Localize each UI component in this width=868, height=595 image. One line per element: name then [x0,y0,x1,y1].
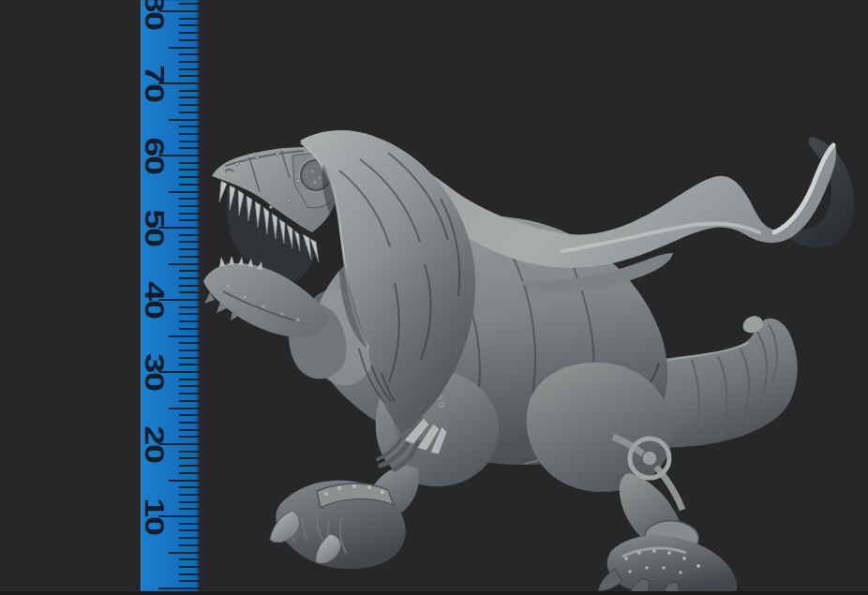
ruler-tick [179,429,199,431]
ruler-label: 40 [135,283,174,317]
ruler-tick [179,320,199,322]
ruler-tick [179,529,199,531]
3d-viewport[interactable]: 8070605040302010 [0,0,868,595]
lower-jaw [203,263,329,337]
ruler-tick [179,32,199,34]
ruler-tick [179,306,199,308]
ruler-tick [179,162,199,164]
ruler-tick [179,486,199,488]
ruler-tick [179,537,199,539]
ruler-tick [169,263,199,265]
ruler-tick [179,176,199,178]
ruler-tick [179,248,199,250]
ruler-tick [179,544,199,546]
ruler-tick [169,191,199,193]
ruler-tick [179,3,199,5]
ruler-tick [179,501,199,503]
ruler-tick [179,580,199,582]
ruler-tick [179,558,199,560]
ruler-tick [179,61,199,63]
ruler-tick [179,277,199,279]
ruler-tick [179,350,199,351]
ruler-tick [179,198,199,200]
ruler-tick [169,47,199,49]
dinosaur-model[interactable] [203,130,854,594]
measurement-ruler: 8070605040302010 [141,0,199,591]
ruler-tick [158,588,199,589]
ruler-tick [179,126,199,127]
ruler-tick [179,234,199,236]
ruler-tick [179,357,199,359]
ruler-tick [179,566,199,568]
ruler-label: 50 [135,211,174,245]
ruler-tick [179,24,199,26]
ruler-tick [169,552,199,554]
ruler-tick [179,285,199,287]
ruler-tick [179,104,199,106]
ruler-tick [169,480,199,482]
ruler-tick [179,523,199,525]
ruler-tick [179,379,199,380]
ruler-tick [169,335,199,337]
ruler-tick [179,97,199,98]
ruler-label: 20 [135,427,174,461]
ruler-tick [179,385,199,387]
ruler-tick [179,414,199,416]
ruler-tick [179,291,199,293]
ruler-label: 10 [135,499,174,533]
ruler-tick [179,18,199,20]
ruler-tick [179,342,199,344]
ruler-tick [179,141,199,142]
model-canvas [0,0,868,595]
ruler-tick [179,213,199,215]
ruler-tick [179,422,199,424]
ruler-tick [179,573,199,575]
ruler-tick [179,39,199,41]
ruler-label: 80 [135,0,174,28]
ruler-tick [179,256,199,258]
ruler-tick [179,205,199,207]
ruler-tick [179,90,199,92]
ruler-tick [179,184,199,186]
ruler-tick [179,364,199,365]
ruler-tick [179,436,199,438]
ruler-tick [179,75,199,77]
ruler-tick [179,313,199,315]
ruler-tick [179,465,199,467]
ruler-tick [169,408,199,409]
ruler-tick [179,400,199,402]
ruler-label: 70 [135,67,174,100]
ruler-tick [179,457,199,459]
ruler-tick [179,241,199,243]
ruler-tick [179,112,199,113]
ruler-tick [179,147,199,149]
ruler-tick [169,119,199,121]
ruler-tick [179,133,199,135]
ruler-tick [179,219,199,221]
head [203,147,338,337]
viewport-bottom-bar [0,591,868,595]
ruler-tick [179,53,199,55]
ruler-tick [179,494,199,496]
ruler-tick [179,472,199,474]
ruler-tick [179,328,199,330]
ruler-label: 30 [135,355,174,389]
ruler-tick [179,451,199,453]
ruler-tick [179,508,199,510]
ruler-label: 60 [135,139,174,172]
ruler-tick [179,270,199,272]
ruler-tick [179,68,199,70]
ruler-tick [179,169,199,171]
ruler-tick [179,393,199,394]
